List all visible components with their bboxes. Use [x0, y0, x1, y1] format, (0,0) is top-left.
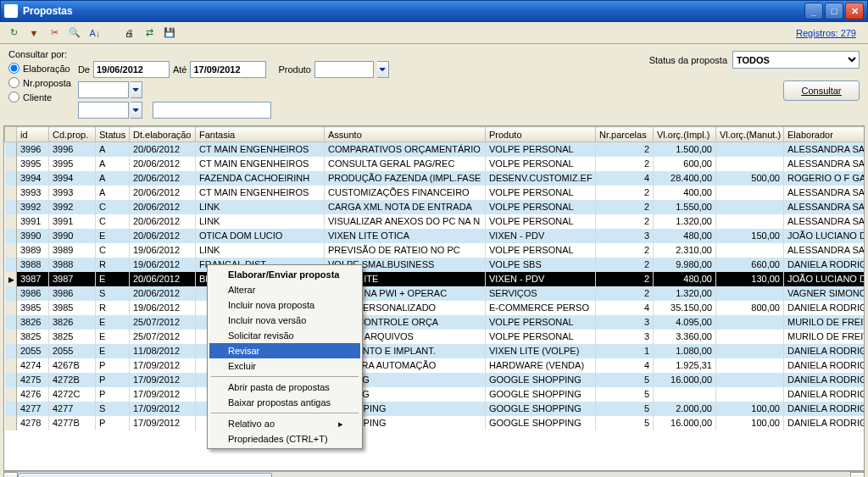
- menu-item[interactable]: Baixar propostas antigas: [209, 395, 360, 410]
- scroll-left-icon[interactable]: ◄: [3, 472, 18, 478]
- nrproposta-lookup-icon[interactable]: ⏷: [131, 81, 142, 98]
- consultar-por-label: Consultar por:: [8, 49, 71, 59]
- filter-panel: Consultar por: Elaboração Nr.proposta Cl…: [0, 44, 868, 125]
- table-row[interactable]: 38253825E25/07/2012OLE DE ARQUIVOSVOLPE …: [5, 330, 865, 344]
- column-header[interactable]: Elaborador: [784, 127, 865, 142]
- de-label: De: [78, 64, 90, 75]
- table-row[interactable]: 39923992C20/06/2012LINKCARGA XML NOTA DE…: [5, 200, 865, 214]
- status-label: Status da proposta: [649, 55, 727, 65]
- cut-icon[interactable]: ✂: [46, 25, 63, 42]
- print-icon[interactable]: 🖨: [120, 25, 137, 42]
- close-button[interactable]: ✕: [845, 3, 864, 19]
- table-row[interactable]: 20552055E11/08/2012OLVIMENTO E IMPLANT.V…: [5, 344, 865, 358]
- table-row[interactable]: 38263826E25/07/2012ÇÕES CONTROLE ORÇAVOL…: [5, 315, 865, 330]
- cliente-nome-input[interactable]: [153, 102, 271, 119]
- cliente-input[interactable]: [78, 102, 129, 119]
- table-row[interactable]: 39913991C20/06/2012LINKVISUALIZAR ANEXOS…: [5, 214, 865, 229]
- refresh-icon[interactable]: ↻: [5, 25, 22, 42]
- ate-input[interactable]: [190, 61, 266, 78]
- minimize-button[interactable]: _: [804, 3, 823, 19]
- column-header[interactable]: Produto: [486, 127, 596, 142]
- export-icon[interactable]: ⇄: [141, 25, 158, 42]
- menu-item[interactable]: Solicitar revisão: [209, 328, 360, 343]
- menu-item[interactable]: Abrir pasta de propostas: [209, 380, 360, 395]
- ate-label: Até: [173, 64, 187, 75]
- nrproposta-input[interactable]: [78, 81, 129, 98]
- menu-separator: [211, 413, 359, 413]
- table-row[interactable]: ▶39873987E20/06/2012BRINLARKENKOVIXEN LI…: [5, 272, 865, 286]
- column-header[interactable]: id: [17, 127, 49, 142]
- filter-icon[interactable]: ▼: [25, 25, 42, 42]
- radio-cliente-label[interactable]: Cliente: [23, 92, 52, 103]
- window-titlebar: Propostas _ □ ✕: [0, 0, 868, 22]
- column-header[interactable]: Vl.orç.(Manut.): [716, 127, 784, 142]
- save-icon[interactable]: 💾: [161, 25, 178, 42]
- maximize-button[interactable]: □: [825, 3, 843, 19]
- table-row[interactable]: 39853985R19/06/2012ERCE PERSONALIZADOE-C…: [5, 301, 865, 315]
- app-icon: [4, 4, 18, 18]
- scroll-thumb[interactable]: [18, 473, 272, 478]
- menu-item[interactable]: Propriedades (CTRL+T): [209, 431, 360, 446]
- table-row[interactable]: 39943994A20/06/2012FAZENDA CACHOEIRINHPR…: [5, 171, 865, 186]
- table-row[interactable]: 39933993A20/06/2012CT MAIN ENGENHEIROSCU…: [5, 186, 865, 200]
- column-header[interactable]: Status: [96, 127, 130, 142]
- de-input[interactable]: [93, 61, 170, 78]
- menu-item[interactable]: Excluir: [209, 358, 360, 374]
- consultar-button[interactable]: Consultar: [783, 80, 860, 101]
- table-row[interactable]: 39903990E20/06/2012OTICA DOM LUCIOVIXEN …: [5, 229, 865, 243]
- radio-elaboracao-label[interactable]: Elaboração: [23, 64, 70, 74]
- submenu-arrow-icon: ▸: [338, 419, 343, 430]
- sort-icon[interactable]: A↓: [86, 25, 103, 42]
- column-header[interactable]: Nr.parcelas: [596, 127, 654, 142]
- menu-item[interactable]: Alterar: [209, 282, 360, 297]
- radio-cliente[interactable]: [8, 92, 19, 103]
- window-title: Propostas: [23, 5, 804, 17]
- produto-input[interactable]: [314, 61, 374, 78]
- grid: idCd.prop.StatusDt.elaboraçãoFantasiaAss…: [3, 125, 865, 471]
- table-row[interactable]: 39953995A20/06/2012CT MAIN ENGENHEIROSCO…: [5, 157, 865, 171]
- radio-nrproposta[interactable]: [8, 77, 19, 88]
- horizontal-scrollbar[interactable]: ◄ ►: [3, 471, 865, 477]
- menu-item[interactable]: Revisar: [209, 343, 360, 358]
- column-header[interactable]: Dt.elaboração: [130, 127, 196, 142]
- table-row[interactable]: 39963996A20/06/2012CT MAIN ENGENHEIROSCO…: [5, 142, 865, 157]
- status-select[interactable]: TODOS: [732, 51, 860, 69]
- cliente-lookup-icon[interactable]: ⏷: [131, 102, 142, 119]
- scroll-right-icon[interactable]: ►: [850, 472, 865, 478]
- produto-label: Produto: [278, 64, 311, 75]
- menu-item[interactable]: Incluir nova proposta: [209, 297, 360, 313]
- menu-item[interactable]: Elaborar/Enviar proposta: [209, 267, 360, 282]
- menu-item[interactable]: Incluir nova versão: [209, 313, 360, 328]
- produto-lookup-icon[interactable]: ⏷: [377, 61, 389, 78]
- radio-nrproposta-label[interactable]: Nr.proposta: [23, 78, 71, 88]
- radio-elaboracao[interactable]: [8, 63, 19, 74]
- binoculars-icon[interactable]: 🔍: [66, 25, 83, 42]
- toolbar: ↻ ▼ ✂ 🔍 A↓ 🖨 ⇄ 💾 Registros: 279: [0, 22, 868, 44]
- table-row[interactable]: 42784277BP17/09/2012E SHOPPINGGOOGLE SHO…: [5, 416, 865, 430]
- table-row[interactable]: 39863986S20/06/2012MENTO NA PWI + OPERAC…: [5, 286, 865, 301]
- table-row[interactable]: 39883988R19/06/2012FRANCAL DIST.VOLPE SM…: [5, 258, 865, 272]
- menu-item[interactable]: Relativo ao▸: [209, 416, 360, 431]
- table-row[interactable]: 42774277S17/09/2012E SHOPPINGGOOGLE SHOP…: [5, 402, 865, 416]
- context-menu: Elaborar/Enviar propostaAlterarIncluir n…: [207, 264, 363, 449]
- column-header[interactable]: Cd.prop.: [49, 127, 96, 142]
- table-row[interactable]: 42754272BP17/09/2012RKETINGGOOGLE SHOPPI…: [5, 373, 865, 387]
- column-header[interactable]: Vl.orç.(Impl.): [654, 127, 716, 142]
- menu-separator: [211, 376, 359, 377]
- table-row[interactable]: 42744267BP17/09/2012ARE PARA AUTOMAÇÃOHA…: [5, 358, 865, 373]
- registros-link[interactable]: Registros: 279: [796, 28, 863, 38]
- column-header[interactable]: Fantasia: [196, 127, 325, 142]
- column-header[interactable]: Assunto: [325, 127, 486, 142]
- table-row[interactable]: 39893989C19/06/2012LINKPREVISÃO DE RATEI…: [5, 243, 865, 258]
- table-row[interactable]: 42764272CP17/09/2012RKETINGGOOGLE SHOPPI…: [5, 387, 865, 402]
